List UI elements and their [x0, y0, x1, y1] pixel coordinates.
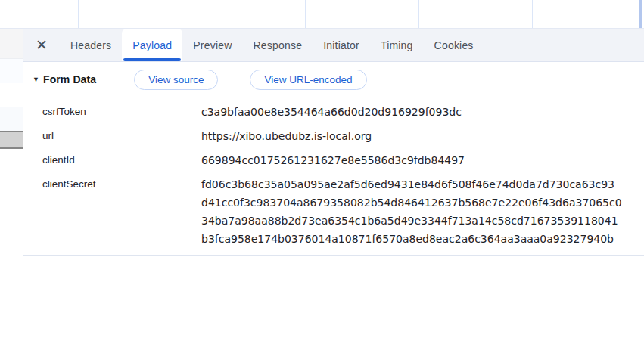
form-data-title: Form Data	[43, 73, 96, 85]
param-row-clientid: clientId 669894cc0175261231627e8e5586d3c…	[33, 151, 644, 169]
request-row-selected[interactable]	[0, 131, 23, 149]
payload-content: ▼ Form Data View source View URL-encoded…	[23, 62, 644, 350]
request-row[interactable]	[0, 83, 23, 107]
network-request-list-strip	[0, 29, 23, 350]
tabs-container: Headers Payload Preview Response Initiat…	[60, 29, 484, 61]
tab-label: Cookies	[434, 39, 474, 51]
tab-timing[interactable]: Timing	[370, 29, 424, 61]
tab-label: Headers	[70, 39, 111, 51]
param-row-clientsecret: clientSecret fd06c3b68c35a05a095ae2af5d6…	[33, 175, 644, 248]
param-value: 669894cc0175261231627e8e5586d3c9fdb84497	[201, 151, 644, 169]
column-divider	[418, 0, 419, 28]
param-value: fd06c3b68c35a05a095ae2af5d6ed9431e84d6f5…	[201, 175, 644, 248]
column-divider	[78, 0, 79, 28]
param-row-csrftoken: csrfToken c3a9bfaa00e8e354464a66d0d20d91…	[33, 103, 644, 121]
tab-headers[interactable]: Headers	[60, 29, 122, 61]
tab-initiator[interactable]: Initiator	[313, 29, 370, 61]
tab-preview[interactable]: Preview	[182, 29, 242, 61]
param-key: csrfToken	[33, 103, 201, 121]
active-tab-indicator	[123, 58, 181, 61]
value-line: 34ba7a98aa88b2d73ea6354c1b6a5d49e3344f71…	[201, 212, 644, 230]
request-row[interactable]	[0, 29, 23, 59]
network-table-top-row	[0, 0, 644, 29]
value-line: d41cc0f3c983704a8679358082b54d846412637b…	[201, 194, 644, 212]
disclosure-triangle-icon[interactable]: ▼	[33, 76, 43, 83]
tab-label: Payload	[132, 39, 172, 51]
details-tab-bar: ✕ Headers Payload Preview Response Initi…	[23, 29, 644, 62]
view-url-encoded-button[interactable]: View URL-encoded	[250, 70, 366, 90]
value-line: b3fca958e174b0376014a10871f6570a8ed8eac2…	[201, 230, 644, 248]
request-details-panel: ✕ Headers Payload Preview Response Initi…	[23, 29, 644, 350]
column-divider	[639, 0, 642, 28]
tab-cookies[interactable]: Cookies	[424, 29, 484, 61]
param-value: c3a9bfaa00e8e354464a66d0d20d916929f093dc	[201, 103, 644, 121]
column-divider	[532, 0, 533, 28]
tab-payload[interactable]: Payload	[122, 29, 182, 61]
tab-label: Response	[254, 39, 303, 51]
form-data-section: ▼ Form Data View source View URL-encoded…	[23, 62, 644, 256]
tab-label: Preview	[193, 39, 232, 51]
value-line: 669894cc0175261231627e8e5586d3c9fdb84497	[201, 151, 644, 169]
form-data-params: csrfToken c3a9bfaa00e8e354464a66d0d20d91…	[33, 103, 644, 248]
param-key: url	[33, 127, 201, 145]
param-row-url: url https://xibo.ubedubz.is-local.org	[33, 127, 644, 145]
param-key: clientId	[33, 151, 201, 169]
request-row[interactable]	[0, 59, 23, 83]
column-divider	[191, 0, 191, 28]
value-line: fd06c3b68c35a05a095ae2af5d6ed9431e84d6f5…	[201, 175, 644, 194]
value-line: c3a9bfaa00e8e354464a66d0d20d916929f093dc	[201, 103, 644, 121]
tab-label: Initiator	[323, 39, 359, 51]
param-key: clientSecret	[33, 175, 201, 248]
tab-label: Timing	[381, 39, 413, 51]
tab-response[interactable]: Response	[243, 29, 313, 61]
view-source-button[interactable]: View source	[134, 70, 218, 90]
form-data-header: ▼ Form Data View source View URL-encoded	[33, 69, 644, 90]
request-row[interactable]	[0, 107, 23, 131]
value-line: https://xibo.ubedubz.is-local.org	[201, 127, 644, 145]
column-divider	[305, 0, 306, 28]
close-icon[interactable]: ✕	[23, 29, 60, 61]
param-value: https://xibo.ubedubz.is-local.org	[201, 127, 644, 145]
devtools-network-screen: ✕ Headers Payload Preview Response Initi…	[0, 0, 644, 350]
